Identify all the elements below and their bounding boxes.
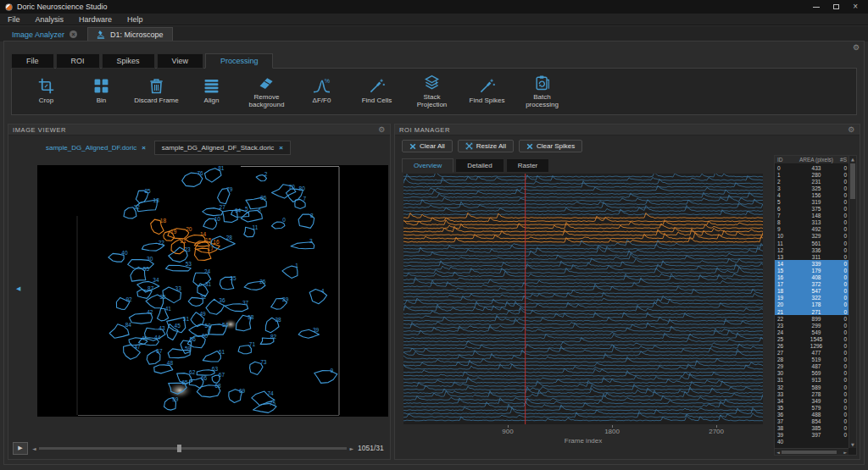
tab-d1-microscope[interactable]: D1: Microscope <box>87 27 173 41</box>
close-tab-icon[interactable]: × <box>70 30 77 38</box>
scroll-thumb[interactable] <box>782 451 837 454</box>
roi-table-row-5[interactable]: 53190 <box>775 198 849 205</box>
viewer-tab-sample-dg-aligned-df-doric[interactable]: sample_DG_Aligned_DF.doric× <box>39 141 153 155</box>
roi-tab-detailed[interactable]: Detailed <box>455 158 504 173</box>
minimize-icon[interactable] <box>813 7 820 8</box>
ribbon-tab-spikes[interactable]: Spikes <box>102 53 155 69</box>
frame-scrubber[interactable]: ◄ ► <box>32 445 353 451</box>
roi-table-row-29[interactable]: 294870 <box>775 363 849 370</box>
roi-table-row-39[interactable]: 393970 <box>775 432 849 439</box>
scrub-thumb[interactable] <box>177 445 181 452</box>
menu-item-hardware[interactable]: Hardware <box>71 15 120 24</box>
roi-table-row-24[interactable]: 245490 <box>775 329 849 335</box>
roi-table-row-6[interactable]: 63750 <box>775 206 849 213</box>
ribbon-tab-view[interactable]: View <box>157 53 203 69</box>
roi-table-row-21[interactable]: 212710 <box>775 308 849 315</box>
roi-cell-outline-9[interactable] <box>314 371 337 384</box>
clear-spikes-button[interactable]: Clear Spikes <box>519 140 582 152</box>
traces-plot[interactable] <box>403 174 763 424</box>
roi-table-row-7[interactable]: 71480 <box>775 213 849 219</box>
roi-table-row-32[interactable]: 325890 <box>775 384 849 390</box>
tool-find-cells[interactable]: Find Cells <box>353 78 400 104</box>
col-id[interactable]: ID <box>775 157 795 163</box>
roi-table-row-38[interactable]: 383850 <box>775 425 849 432</box>
roi-table-row-13[interactable]: 133110 <box>775 253 849 260</box>
roi-table-row-11[interactable]: 115610 <box>775 240 849 246</box>
gear-icon[interactable]: ⚙ <box>848 125 855 134</box>
roi-table-row-1[interactable]: 12800 <box>775 171 849 178</box>
microscopy-image[interactable]: 0123456789101112131415161718192021222324… <box>37 165 388 417</box>
roi-table-row-40[interactable]: 40 <box>775 439 849 445</box>
roi-table-row-15[interactable]: 151790 <box>775 267 849 274</box>
close-tab-icon[interactable]: × <box>279 144 283 152</box>
tool-f-f0[interactable]: %ΔF/F0 <box>298 78 345 104</box>
roi-table-row-14[interactable]: 143390 <box>775 260 849 267</box>
close-tab-icon[interactable]: × <box>142 144 146 152</box>
tool-stack-projection[interactable]: Stack Projection <box>409 75 455 108</box>
roi-table-row-17[interactable]: 173720 <box>775 281 849 288</box>
scroll-up-icon[interactable]: ▲ <box>849 157 856 162</box>
tool-bin[interactable]: Bin <box>78 78 125 104</box>
roi-table-row-4[interactable]: 41560 <box>775 191 849 198</box>
vertical-scrollbar[interactable]: ▲ ▼ <box>849 156 856 448</box>
scrub-left-icon[interactable]: ◄ <box>32 445 36 451</box>
col-spikes[interactable]: #S <box>837 157 849 163</box>
roi-cell-outline-48[interactable] <box>154 365 173 373</box>
close-icon[interactable]: × <box>853 3 858 10</box>
roi-table-row-0[interactable]: 04330 <box>775 164 849 171</box>
resize-all-button[interactable]: Resize All <box>458 140 514 152</box>
roi-table-row-36[interactable]: 364880 <box>775 411 849 417</box>
roi-table-row-9[interactable]: 94920 <box>775 226 849 233</box>
play-button[interactable]: ▶ <box>13 442 28 455</box>
gear-icon[interactable]: ⚙ <box>853 43 860 52</box>
ribbon-tab-file[interactable]: File <box>11 53 54 69</box>
tool-remove-background[interactable]: Remove background <box>243 75 290 108</box>
roi-tab-raster[interactable]: Raster <box>506 158 550 173</box>
roi-table-row-26[interactable]: 2612960 <box>775 342 849 349</box>
collapse-panel-icon[interactable]: ◀ <box>16 285 20 292</box>
roi-table-row-2[interactable]: 22310 <box>775 178 849 185</box>
scroll-right-icon[interactable]: ► <box>843 450 847 455</box>
roi-table-row-34[interactable]: 343490 <box>775 397 849 404</box>
scroll-thumb[interactable] <box>850 163 855 199</box>
clear-all-button[interactable]: Clear All <box>402 140 453 152</box>
roi-table-row-19[interactable]: 193220 <box>775 295 849 301</box>
scroll-down-icon[interactable]: ▼ <box>849 442 856 447</box>
roi-table-row-25[interactable]: 2515450 <box>775 335 849 342</box>
roi-table-row-35[interactable]: 355790 <box>775 404 849 411</box>
scroll-left-icon[interactable]: ◄ <box>776 450 780 455</box>
roi-table-row-10[interactable]: 103290 <box>775 233 849 240</box>
horizontal-scrollbar[interactable]: ◄ ► <box>775 448 849 455</box>
scrub-track[interactable] <box>39 447 348 450</box>
roi-table-row-23[interactable]: 232990 <box>775 322 849 329</box>
roi-table-row-30[interactable]: 305690 <box>775 370 849 377</box>
menu-item-file[interactable]: File <box>0 15 28 24</box>
tool-discard-frame[interactable]: Discard Frame <box>133 78 180 104</box>
ribbon-tab-processing[interactable]: Processing <box>205 53 274 69</box>
roi-table-row-16[interactable]: 164080 <box>775 274 849 281</box>
roi-table-row-27[interactable]: 274770 <box>775 350 849 357</box>
gear-icon[interactable]: ⚙ <box>378 125 386 134</box>
viewer-tab-sample-dg-aligned-df-stack-doric[interactable]: sample_DG_Aligned_DF_Stack.doric× <box>154 141 291 155</box>
roi-table-row-22[interactable]: 228990 <box>775 315 849 322</box>
col-area[interactable]: AREA (pixels) <box>795 157 837 163</box>
roi-table-row-20[interactable]: 201780 <box>775 301 849 308</box>
roi-table-row-8[interactable]: 83130 <box>775 219 849 226</box>
roi-table-row-37[interactable]: 378540 <box>775 417 849 424</box>
roi-table-row-33[interactable]: 332780 <box>775 390 849 397</box>
tool-crop[interactable]: Crop <box>23 78 70 104</box>
scrub-right-icon[interactable]: ► <box>349 445 353 451</box>
roi-table-header[interactable]: ID AREA (pixels) #S <box>775 156 856 164</box>
ribbon-tab-roi[interactable]: ROI <box>56 53 100 69</box>
roi-table-row-31[interactable]: 319130 <box>775 377 849 384</box>
tool-align[interactable]: Align <box>188 78 235 104</box>
roi-table-row-12[interactable]: 123360 <box>775 246 849 253</box>
menu-item-analysis[interactable]: Analysis <box>28 15 72 24</box>
roi-table-row-18[interactable]: 185470 <box>775 288 849 295</box>
tab-image-analyzer[interactable]: Image Analyzer × <box>3 27 86 41</box>
roi-table-row-3[interactable]: 33250 <box>775 185 849 191</box>
menu-item-help[interactable]: Help <box>120 15 151 24</box>
tool-batch-processing[interactable]: Batch processing <box>519 75 565 108</box>
roi-cell-outline-4[interactable] <box>309 290 326 304</box>
roi-table-row-28[interactable]: 285190 <box>775 357 849 363</box>
